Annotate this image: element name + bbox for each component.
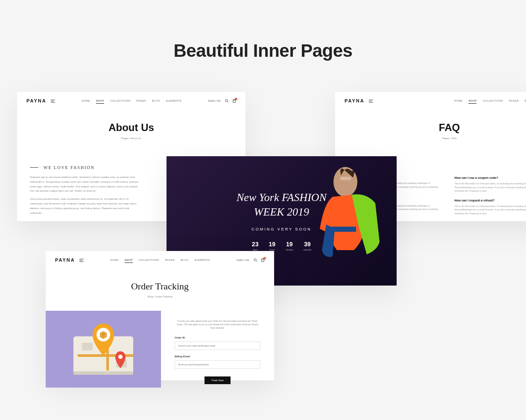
countdown-minutes: 19minutes xyxy=(286,241,293,251)
fashion-subtitle: COMING VERY SOON xyxy=(167,227,397,231)
language-switch[interactable]: English / Italy xyxy=(208,99,221,102)
header: PAYNA HOME SHOP COLLECTIONS PAGES BLOG E… xyxy=(46,251,274,269)
countdown-hours: 19hours xyxy=(269,241,275,251)
page-main-title: Beautiful Inner Pages xyxy=(0,0,526,61)
nav: HOME SHOP COLLECTIONS PAGES BLOG ELEMENT… xyxy=(110,259,210,261)
order-id-input[interactable] xyxy=(175,341,260,350)
header-right: English / Italy 0 xyxy=(208,99,236,103)
svg-rect-5 xyxy=(233,100,235,102)
tracking-form: To track your order please enter your Or… xyxy=(161,311,274,388)
track-button[interactable]: Track Now xyxy=(205,376,230,384)
faq-answer: This is the third article of a three-par… xyxy=(455,182,526,193)
nav-shop[interactable]: SHOP xyxy=(468,99,476,102)
countdown-days: 23days xyxy=(252,241,259,251)
menu-icon[interactable] xyxy=(51,97,55,105)
tracking-title: Order Tracking xyxy=(46,281,274,292)
language-switch[interactable]: English / Italy xyxy=(237,259,249,261)
faq-question: How can I use a coupon code? xyxy=(455,176,526,179)
svg-line-16 xyxy=(256,260,257,261)
svg-rect-19 xyxy=(73,371,133,375)
breadcrumb[interactable]: Pages / FAQ xyxy=(335,137,526,140)
nav-collections[interactable]: COLLECTIONS xyxy=(482,99,503,102)
tracking-body: To track your order please enter your Or… xyxy=(46,311,274,388)
nav-elements[interactable]: ELEMENTS xyxy=(166,99,181,102)
faq-title: FAQ xyxy=(335,122,526,134)
faq-question: How can I request a refund? xyxy=(455,199,526,202)
header: PAYNA HOME SHOP COLLECTIONS PAGES BLOG E… xyxy=(17,92,245,110)
nav: HOME SHOP COLLECTIONS PAGES BLOG ELEMENT… xyxy=(82,99,182,102)
svg-point-3 xyxy=(225,99,228,101)
search-icon[interactable] xyxy=(254,258,257,262)
header-right: English / Italy 0 xyxy=(237,258,265,262)
nav-pages[interactable]: PAGES xyxy=(137,99,146,102)
nav-collections[interactable]: COLLECTIONS xyxy=(110,99,131,102)
nav-home[interactable]: HOME xyxy=(82,99,90,102)
nav-collections[interactable]: COLLECTIONS xyxy=(139,259,159,261)
header: PAYNA HOME SHOP COLLECTIONS PAGES BLOG E… xyxy=(335,92,526,110)
nav-shop[interactable]: SHOP xyxy=(125,259,133,261)
nav: HOME SHOP COLLECTIONS PAGES BLOG ELEMENT… xyxy=(454,99,526,102)
cart-icon[interactable]: 0 xyxy=(261,258,265,262)
fashion-content: New York FASHION WEEK 2019 COMING VERY S… xyxy=(167,156,397,251)
svg-point-25 xyxy=(118,355,123,359)
nav-blog[interactable]: BLOG xyxy=(152,99,160,102)
svg-line-4 xyxy=(228,101,228,102)
fashion-title-1: New York FASHION xyxy=(167,190,397,205)
nav-shop[interactable]: SHOP xyxy=(96,99,104,102)
tracking-illustration xyxy=(46,311,161,388)
email-label: Billing Email xyxy=(175,355,260,358)
cart-icon[interactable]: 0 xyxy=(232,99,236,103)
nav-elements[interactable]: ELEMENTS xyxy=(195,259,210,261)
nav-pages[interactable]: PAGES xyxy=(509,99,519,102)
form-intro: To track your order please enter your Or… xyxy=(175,319,260,330)
menu-icon[interactable] xyxy=(79,256,84,264)
nav-pages[interactable]: PAGES xyxy=(165,259,175,261)
logo[interactable]: PAYNA xyxy=(26,98,47,103)
breadcrumb[interactable]: Pages / About Us xyxy=(17,137,245,140)
countdown: 23days 19hours 19minutes 39seconds xyxy=(167,241,397,251)
nav-home[interactable]: HOME xyxy=(110,259,119,261)
order-id-label: Order ID xyxy=(175,336,260,339)
nav-blog[interactable]: BLOG xyxy=(181,259,189,261)
svg-point-15 xyxy=(254,258,256,260)
nav-home[interactable]: HOME xyxy=(454,99,462,102)
about-para1: Praesent sed ex vel mauris eleifend moll… xyxy=(30,175,141,193)
about-para2: Cras porta posuere lectus, vitae consect… xyxy=(30,197,141,215)
faq-answer: This is the third article of a three-par… xyxy=(455,204,526,216)
order-tracking-preview: PAYNA HOME SHOP COLLECTIONS PAGES BLOG E… xyxy=(46,251,274,380)
logo[interactable]: PAYNA xyxy=(55,257,75,262)
breadcrumb[interactable]: Shop / Order Tracking xyxy=(46,295,274,298)
countdown-seconds: 39seconds xyxy=(304,241,312,251)
logo[interactable]: PAYNA xyxy=(345,98,365,103)
menu-icon[interactable] xyxy=(369,97,373,105)
search-icon[interactable] xyxy=(225,99,229,103)
cart-badge: 0 xyxy=(235,98,237,100)
svg-rect-17 xyxy=(262,259,264,261)
about-title: About Us xyxy=(17,122,245,134)
cart-badge: 0 xyxy=(263,257,266,260)
email-input[interactable] xyxy=(175,360,260,369)
fashion-title-2: WEEK 2019 xyxy=(167,205,397,219)
svg-rect-22 xyxy=(82,343,93,350)
